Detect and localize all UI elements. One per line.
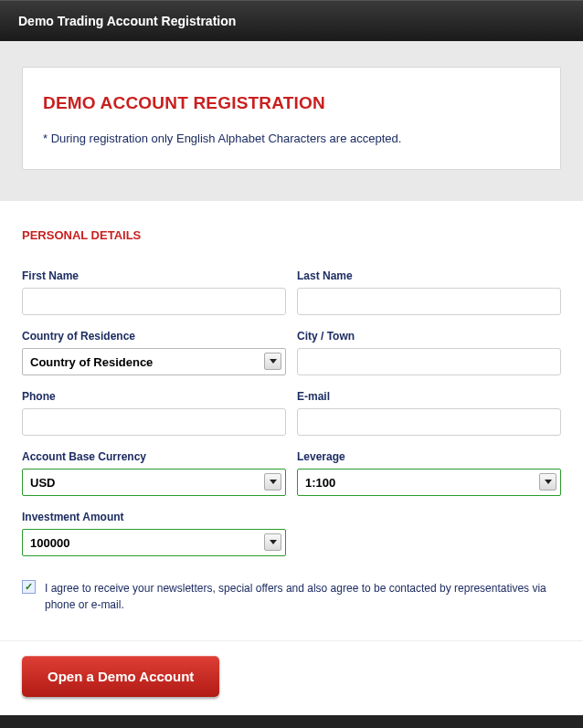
currency-label: Account Base Currency: [22, 450, 286, 463]
leverage-select[interactable]: 1:100: [297, 469, 561, 496]
window-title: Demo Trading Account Registration: [18, 14, 236, 28]
email-input[interactable]: [297, 408, 561, 436]
phone-input[interactable]: [22, 408, 286, 436]
leverage-value: 1:100: [305, 476, 335, 490]
chevron-down-icon: [539, 473, 556, 491]
country-value: Country of Residence: [30, 355, 153, 369]
phone-label: Phone: [22, 390, 286, 403]
first-name-input[interactable]: [22, 288, 286, 315]
investment-value: 100000: [30, 536, 69, 550]
country-label: Country of Residence: [22, 330, 286, 343]
currency-value: USD: [30, 476, 55, 490]
city-label: City / Town: [297, 330, 561, 343]
header-box: DEMO ACCOUNT REGISTRATION * During regis…: [22, 67, 561, 170]
agree-text: I agree to receive your newsletters, spe…: [45, 580, 561, 613]
header-title: DEMO ACCOUNT REGISTRATION: [43, 93, 540, 113]
form-area: PERSONAL DETAILS First Name Last Name Co…: [0, 201, 583, 640]
city-input[interactable]: [297, 348, 561, 375]
investment-label: Investment Amount: [22, 511, 286, 523]
window-titlebar: Demo Trading Account Registration: [0, 0, 583, 41]
agree-checkbox[interactable]: ✓: [22, 580, 36, 594]
country-select[interactable]: Country of Residence: [22, 348, 286, 375]
submit-button[interactable]: Open a Demo Account: [22, 656, 219, 697]
currency-select[interactable]: USD: [22, 469, 286, 496]
chevron-down-icon: [264, 533, 281, 551]
section-title: PERSONAL DETAILS: [22, 228, 561, 242]
footer: Open a Demo Account: [0, 640, 583, 715]
leverage-label: Leverage: [297, 450, 561, 463]
first-name-label: First Name: [22, 269, 286, 282]
header-note: * During registration only English Alpha…: [43, 132, 540, 145]
last-name-label: Last Name: [297, 269, 561, 282]
investment-select[interactable]: 100000: [22, 529, 286, 556]
email-label: E-mail: [297, 390, 561, 403]
chevron-down-icon: [264, 473, 281, 491]
header-area: DEMO ACCOUNT REGISTRATION * During regis…: [0, 41, 583, 201]
chevron-down-icon: [264, 353, 281, 370]
last-name-input[interactable]: [297, 288, 561, 315]
